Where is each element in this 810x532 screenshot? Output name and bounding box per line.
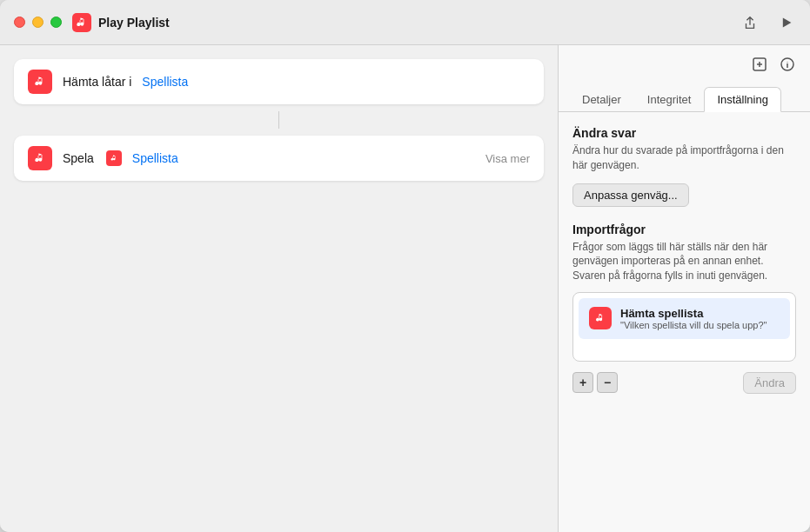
- close-button[interactable]: [14, 17, 25, 28]
- import-questions-desc: Frågor som läggs till här ställs när den…: [572, 240, 796, 283]
- info-button[interactable]: [779, 56, 796, 77]
- left-panel: Hämta låtar i Spellista Spela Spellista …: [0, 45, 558, 532]
- fetch-songs-label: Hämta låtar i: [63, 75, 131, 89]
- tab-detaljer[interactable]: Detaljer: [569, 87, 634, 112]
- tab-installning[interactable]: Inställning: [704, 87, 781, 112]
- change-answers-title: Ändra svar: [572, 126, 796, 140]
- window-title: Play Playlist: [98, 16, 739, 30]
- fetch-songs-icon: [28, 70, 52, 94]
- titlebar-actions: [739, 11, 796, 34]
- right-panel: Detaljer Integritet Inställning Ändra sv…: [558, 45, 810, 532]
- add-shortcut-button[interactable]: [751, 56, 768, 77]
- remove-import-button[interactable]: −: [597, 372, 618, 393]
- import-item[interactable]: Hämta spellista "Vilken spellista vill d…: [579, 298, 790, 339]
- import-items-box: Hämta spellista "Vilken spellista vill d…: [572, 292, 796, 362]
- import-footer: + − Ändra: [572, 369, 796, 397]
- change-button[interactable]: Ändra: [743, 372, 796, 394]
- play-badge: [106, 150, 122, 166]
- change-answers-desc: Ändra hur du svarade på importfrågorna i…: [572, 143, 796, 173]
- import-item-desc: "Vilken spellista vill du spela upp?": [620, 320, 766, 330]
- share-button[interactable]: [739, 11, 761, 34]
- divider: [278, 111, 279, 129]
- right-panel-content: Ändra svar Ändra hur du svarade på impor…: [559, 112, 810, 532]
- fetch-songs-row[interactable]: Hämta låtar i Spellista: [14, 59, 544, 104]
- play-icon: [28, 146, 52, 170]
- app-icon: [72, 13, 91, 32]
- customize-shortcut-button[interactable]: Anpassa genväg...: [572, 183, 689, 207]
- import-footer-left: + −: [572, 372, 618, 393]
- main-window: Play Playlist Hämta låtar: [0, 0, 810, 532]
- play-row[interactable]: Spela Spellista Visa mer: [14, 136, 544, 181]
- play-button[interactable]: [775, 12, 796, 33]
- titlebar: Play Playlist: [0, 0, 810, 45]
- add-import-button[interactable]: +: [572, 372, 593, 393]
- play-label: Spela: [63, 151, 94, 165]
- content-area: Hämta låtar i Spellista Spela Spellista …: [0, 45, 810, 532]
- minimize-button[interactable]: [32, 17, 44, 28]
- maximize-button[interactable]: [50, 17, 62, 28]
- tab-integritet[interactable]: Integritet: [634, 87, 705, 112]
- import-item-icon: [589, 307, 612, 329]
- import-item-text: Hämta spellista "Vilken spellista vill d…: [620, 307, 766, 330]
- tabs: Detaljer Integritet Inställning: [559, 77, 810, 112]
- play-show-more[interactable]: Visa mer: [485, 152, 530, 165]
- import-item-name: Hämta spellista: [620, 307, 766, 320]
- import-questions-title: Importfrågor: [572, 223, 796, 236]
- right-panel-top-icons: [559, 45, 810, 77]
- fetch-songs-value[interactable]: Spellista: [142, 75, 188, 89]
- traffic-lights: [14, 17, 62, 28]
- play-value[interactable]: Spellista: [132, 151, 178, 165]
